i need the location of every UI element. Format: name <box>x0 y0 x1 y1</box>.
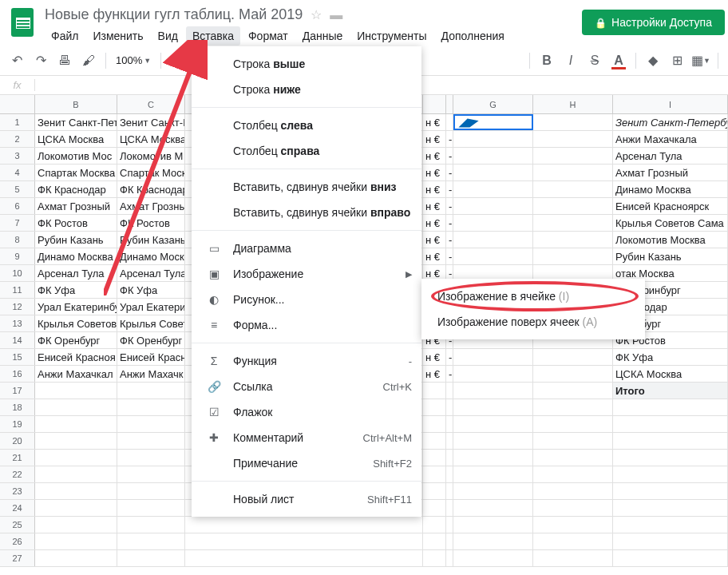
undo-button[interactable]: ↶ <box>6 50 27 71</box>
cell[interactable] <box>423 483 446 499</box>
menu-изменить[interactable]: Изменить <box>86 26 149 46</box>
cell[interactable] <box>117 450 185 466</box>
cell[interactable] <box>446 517 453 533</box>
cell[interactable] <box>117 466 185 482</box>
cell[interactable] <box>533 215 613 231</box>
cell[interactable]: Крылья Совет <box>117 315 185 331</box>
cell[interactable]: Анжи Махачкала <box>613 131 728 147</box>
menu-item[interactable]: ✚КомментарийCtrl+Alt+M <box>192 425 421 450</box>
cell[interactable]: н € <box>423 366 446 382</box>
column-header[interactable]: B <box>35 95 117 113</box>
menu-item[interactable]: Вставить, сдвинув ячейки вниз <box>192 174 421 200</box>
cell[interactable]: н € <box>423 165 446 180</box>
row-header[interactable]: 23 <box>0 483 35 499</box>
cell[interactable] <box>423 383 446 399</box>
cell[interactable]: - <box>446 232 453 248</box>
cell[interactable]: н € <box>423 131 446 147</box>
redo-button[interactable]: ↷ <box>30 50 51 71</box>
cell[interactable] <box>453 181 533 197</box>
cell[interactable] <box>533 232 613 248</box>
star-icon[interactable]: ☆ <box>311 7 322 22</box>
cell[interactable] <box>453 450 533 466</box>
row-header[interactable]: 18 <box>0 399 35 415</box>
cell[interactable]: ФК Уфа <box>117 282 185 298</box>
column-header[interactable] <box>423 95 446 113</box>
row-header[interactable]: 11 <box>0 282 35 298</box>
row-header[interactable]: 21 <box>0 450 35 466</box>
italic-button[interactable]: I <box>560 50 581 71</box>
cell[interactable]: ФК Ростов <box>35 215 117 231</box>
cell[interactable] <box>533 114 613 130</box>
submenu-item[interactable]: Изображение в ячейке (I) <box>421 284 645 309</box>
row-header[interactable]: 16 <box>0 366 35 382</box>
cell[interactable] <box>446 500 453 516</box>
menu-данные[interactable]: Данные <box>296 26 350 46</box>
cell[interactable]: Енисей Красноя <box>35 349 117 365</box>
cell[interactable]: н € <box>423 198 446 214</box>
cell[interactable]: Итого <box>613 383 728 399</box>
cell[interactable]: Крылья Советов Сама <box>613 215 728 231</box>
row-header[interactable]: 14 <box>0 332 35 348</box>
cell[interactable]: ЦСКА Москва <box>117 131 185 147</box>
cell[interactable]: ФК Уфа <box>35 282 117 298</box>
print-button[interactable]: 🖶 <box>54 50 75 71</box>
row-header[interactable]: 22 <box>0 466 35 482</box>
row-header[interactable]: 27 <box>0 550 35 566</box>
cell[interactable] <box>35 517 117 533</box>
menu-инструменты[interactable]: Инструменты <box>350 26 433 46</box>
cell[interactable] <box>453 165 533 180</box>
cell[interactable] <box>533 466 613 482</box>
cell[interactable] <box>35 533 117 549</box>
cell[interactable] <box>613 416 728 432</box>
row-header[interactable]: 12 <box>0 299 35 315</box>
cell[interactable] <box>117 433 185 449</box>
cell[interactable] <box>446 450 453 466</box>
cell[interactable] <box>533 383 613 399</box>
cell[interactable] <box>533 517 613 533</box>
cell[interactable] <box>533 248 613 264</box>
cell[interactable] <box>533 349 613 365</box>
cell[interactable]: Рубин Казань <box>117 232 185 248</box>
cell[interactable]: н € <box>423 114 446 130</box>
cell[interactable] <box>453 215 533 231</box>
cell[interactable] <box>533 483 613 499</box>
cell[interactable] <box>446 533 453 549</box>
row-header[interactable]: 20 <box>0 433 35 449</box>
cell[interactable] <box>613 500 728 516</box>
cell[interactable]: - <box>446 165 453 180</box>
row-header[interactable]: 19 <box>0 416 35 432</box>
cell[interactable] <box>453 500 533 516</box>
cell[interactable]: - <box>446 349 453 365</box>
menu-файл[interactable]: Файл <box>45 26 85 46</box>
menu-item[interactable]: Столбец слева <box>192 113 421 138</box>
cell[interactable] <box>453 366 533 382</box>
cell[interactable] <box>533 399 613 415</box>
menu-item[interactable]: ◐Рисунок... <box>192 287 421 312</box>
row-header[interactable]: 7 <box>0 215 35 231</box>
cell[interactable] <box>185 533 423 549</box>
cell[interactable] <box>35 450 117 466</box>
menu-item[interactable]: Столбец справа <box>192 138 421 164</box>
cell[interactable] <box>613 550 728 566</box>
paint-format-button[interactable]: 🖌 <box>78 50 99 71</box>
cell[interactable] <box>453 399 533 415</box>
cell[interactable]: - <box>446 215 453 231</box>
cell[interactable]: Енисей Красн <box>117 349 185 365</box>
cell[interactable] <box>423 466 446 482</box>
cell[interactable]: Локомотив М <box>117 148 185 164</box>
column-header[interactable] <box>446 95 453 113</box>
cell[interactable] <box>35 466 117 482</box>
cell[interactable]: ФК Ростов <box>117 215 185 231</box>
cell[interactable]: ФК Уфа <box>613 349 728 365</box>
cell[interactable] <box>446 383 453 399</box>
cell[interactable] <box>446 466 453 482</box>
cell[interactable] <box>613 399 728 415</box>
cell[interactable] <box>35 433 117 449</box>
cell[interactable]: Урал Екатери <box>117 299 185 315</box>
cell[interactable] <box>613 466 728 482</box>
cell[interactable]: - <box>446 131 453 147</box>
cell[interactable]: Зенит Санкт-Петербург <box>613 114 728 130</box>
text-color-button[interactable]: A <box>608 50 629 71</box>
cell[interactable] <box>446 416 453 432</box>
cell[interactable] <box>117 383 185 399</box>
